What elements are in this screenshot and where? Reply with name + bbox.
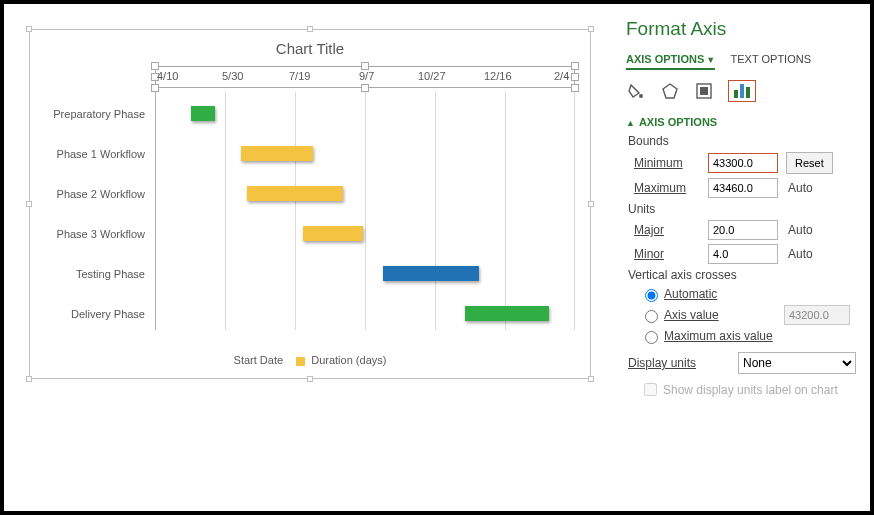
- panel-title: Format Axis: [626, 18, 856, 40]
- window: Chart Title 4/10 5/30 7/19 9/7 10/27 12/…: [0, 0, 874, 515]
- minimum-label: Minimum: [634, 156, 708, 170]
- vac-automatic-row[interactable]: Automatic: [640, 286, 856, 302]
- resize-handle[interactable]: [588, 376, 594, 382]
- gridline: [435, 92, 436, 330]
- display-units-label: Display units: [628, 356, 738, 370]
- category-label: Testing Phase: [30, 268, 145, 280]
- resize-handle[interactable]: [588, 26, 594, 32]
- category-label: Phase 2 Workflow: [30, 188, 145, 200]
- major-label: Major: [634, 223, 708, 237]
- minor-input[interactable]: [708, 244, 778, 264]
- category-label: Phase 3 Workflow: [30, 228, 145, 240]
- maximum-input[interactable]: [708, 178, 778, 198]
- gridline: [225, 92, 226, 330]
- category-label: Preparatory Phase: [30, 108, 145, 120]
- axis-handle[interactable]: [571, 62, 579, 70]
- size-properties-icon[interactable]: [694, 81, 714, 101]
- gridline: [505, 92, 506, 330]
- svg-rect-3: [700, 87, 708, 95]
- minor-auto-label: Auto: [788, 247, 813, 261]
- legend-item: Start Date: [234, 354, 284, 366]
- major-row: Major Auto: [634, 220, 856, 240]
- gridline: [365, 92, 366, 330]
- vac-max-row[interactable]: Maximum axis value: [640, 328, 856, 344]
- gridline: [574, 92, 575, 330]
- resize-handle[interactable]: [26, 201, 32, 207]
- data-bar[interactable]: [247, 186, 343, 201]
- display-units-select[interactable]: None: [738, 352, 856, 374]
- data-bar[interactable]: [383, 266, 479, 281]
- vac-axis-value-radio[interactable]: [645, 310, 658, 323]
- svg-marker-1: [663, 84, 677, 98]
- show-display-units-label: Show display units label on chart: [663, 383, 838, 397]
- svg-point-0: [639, 94, 643, 98]
- effects-icon[interactable]: [660, 81, 680, 101]
- chart-title[interactable]: Chart Title: [30, 40, 590, 57]
- panel-tabs: AXIS OPTIONS▼ TEXT OPTIONS: [626, 50, 856, 70]
- display-units-row: Display units None: [628, 352, 856, 374]
- data-bar[interactable]: [303, 226, 363, 241]
- maximum-label: Maximum: [634, 181, 708, 195]
- data-bar[interactable]: [191, 106, 215, 121]
- maximum-auto-label: Auto: [788, 181, 813, 195]
- chart-object[interactable]: Chart Title 4/10 5/30 7/19 9/7 10/27 12/…: [29, 29, 591, 379]
- plot-area[interactable]: Preparatory Phase Phase 1 Workflow Phase…: [155, 70, 575, 330]
- axis-options-icon-active[interactable]: [728, 80, 756, 102]
- show-display-units-checkbox: [644, 383, 657, 396]
- chart-pane: Chart Title 4/10 5/30 7/19 9/7 10/27 12/…: [4, 4, 612, 511]
- category-label: Delivery Phase: [30, 308, 145, 320]
- data-bar[interactable]: [465, 306, 549, 321]
- minimum-row: Minimum Reset: [634, 152, 856, 174]
- minor-label: Minor: [634, 247, 708, 261]
- vertical-axis-crosses-label: Vertical axis crosses: [628, 268, 856, 282]
- reset-button[interactable]: Reset: [786, 152, 833, 174]
- vac-max-label: Maximum axis value: [664, 329, 773, 343]
- vac-axis-value-row[interactable]: Axis value: [640, 305, 856, 325]
- panel-icon-row: [626, 80, 856, 102]
- major-input[interactable]: [708, 220, 778, 240]
- axis-handle[interactable]: [361, 62, 369, 70]
- fill-line-icon[interactable]: [626, 81, 646, 101]
- vac-axis-value-label: Axis value: [664, 308, 719, 322]
- gridline: [155, 92, 156, 330]
- data-bar[interactable]: [241, 146, 313, 161]
- section-axis-options[interactable]: ▲AXIS OPTIONS: [626, 116, 856, 128]
- vac-automatic-radio[interactable]: [645, 289, 658, 302]
- format-axis-panel: Format Axis AXIS OPTIONS▼ TEXT OPTIONS ▲…: [612, 4, 870, 511]
- tab-text-options[interactable]: TEXT OPTIONS: [731, 50, 811, 68]
- legend-item: Duration (days): [311, 354, 386, 366]
- maximum-row: Maximum Auto: [634, 178, 856, 198]
- category-label: Phase 1 Workflow: [30, 148, 145, 160]
- axis-handle[interactable]: [151, 62, 159, 70]
- gridline: [295, 92, 296, 330]
- resize-handle[interactable]: [26, 26, 32, 32]
- units-label: Units: [628, 202, 856, 216]
- vac-max-radio[interactable]: [645, 331, 658, 344]
- resize-handle[interactable]: [307, 376, 313, 382]
- resize-handle[interactable]: [588, 201, 594, 207]
- resize-handle[interactable]: [307, 26, 313, 32]
- show-display-units-row: Show display units label on chart: [640, 380, 856, 399]
- minor-row: Minor Auto: [634, 244, 856, 264]
- minimum-input[interactable]: [708, 153, 778, 173]
- legend-swatch-icon: [296, 357, 305, 366]
- bounds-label: Bounds: [628, 134, 856, 148]
- tab-axis-options[interactable]: AXIS OPTIONS▼: [626, 50, 715, 70]
- resize-handle[interactable]: [26, 376, 32, 382]
- legend[interactable]: Start Date Duration (days): [30, 354, 590, 366]
- vac-automatic-label: Automatic: [664, 287, 717, 301]
- major-auto-label: Auto: [788, 223, 813, 237]
- vac-axis-value-input: [784, 305, 850, 325]
